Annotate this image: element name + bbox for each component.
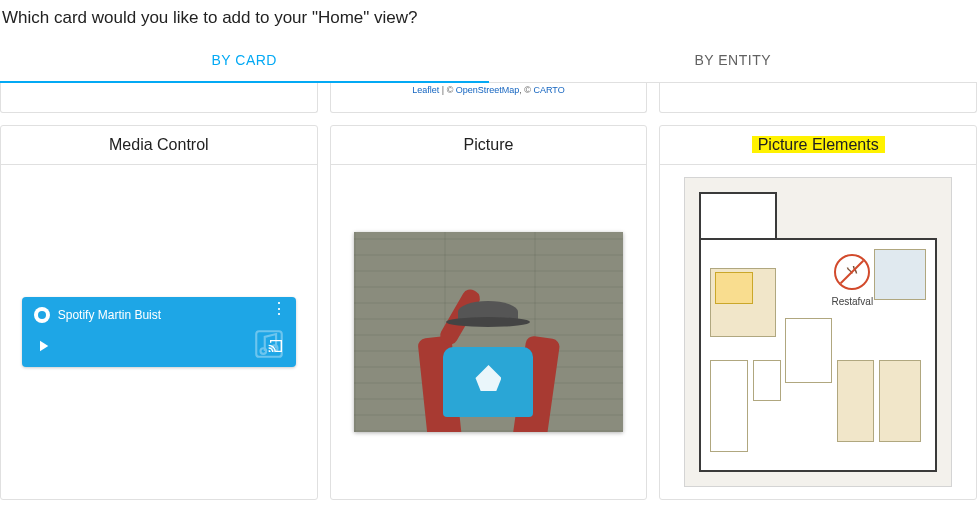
card-stub-map[interactable]: Leaflet | © OpenStreetMap, © CARTO (330, 83, 648, 113)
tab-by-entity[interactable]: BY ENTITY (489, 40, 978, 82)
spotify-icon (34, 307, 50, 323)
card-title-picture: Picture (331, 126, 647, 165)
card-stub-1[interactable] (0, 83, 318, 113)
tab-by-card[interactable]: BY CARD (0, 40, 489, 82)
badge-icon[interactable] (834, 254, 870, 290)
card-media-control[interactable]: Media Control ⋮ Spotify Martin Buist (0, 125, 318, 500)
leaflet-link[interactable]: Leaflet (412, 85, 439, 95)
carto-link[interactable]: CARTO (534, 85, 565, 95)
picture-preview (354, 232, 622, 432)
floorplan-preview: Restafval (684, 177, 952, 487)
card-title-picture-elements: Picture Elements (660, 126, 976, 165)
media-player-tile: ⋮ Spotify Martin Buist (22, 297, 296, 367)
badge-label: Restafval (831, 296, 873, 307)
card-picture-elements[interactable]: Picture Elements (659, 125, 977, 500)
play-icon[interactable] (34, 337, 52, 355)
svg-point-1 (260, 348, 266, 354)
card-title-media: Media Control (1, 126, 317, 165)
media-title: Spotify Martin Buist (58, 308, 161, 322)
tabs: BY CARD BY ENTITY (0, 40, 977, 83)
map-credits: Leaflet | © OpenStreetMap, © CARTO (412, 85, 564, 95)
dialog-title: Which card would you like to add to your… (0, 0, 977, 40)
svg-point-2 (272, 345, 278, 351)
card-stub-3[interactable] (659, 83, 977, 113)
osm-link[interactable]: OpenStreetMap (456, 85, 520, 95)
card-picture[interactable]: Picture (330, 125, 648, 500)
media-menu-icon[interactable]: ⋮ (271, 305, 286, 313)
music-watermark-icon (252, 327, 286, 361)
